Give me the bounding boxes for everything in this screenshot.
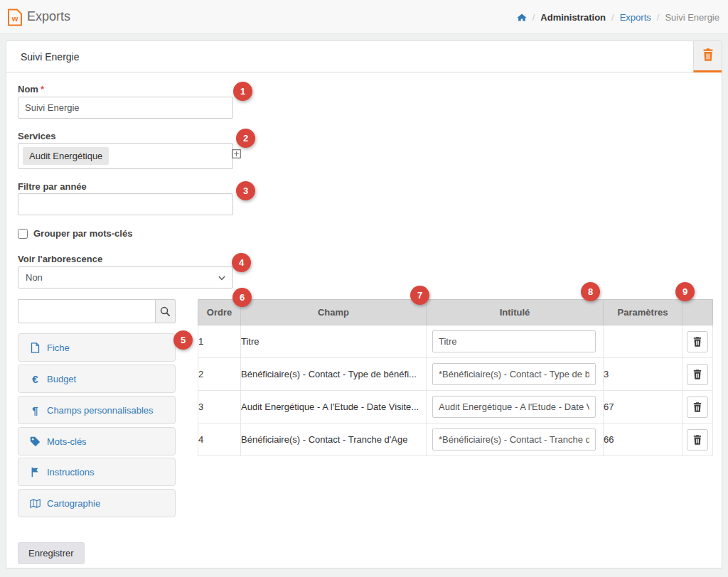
delete-row-button[interactable] [687, 429, 708, 451]
cell-champ: Audit Energétique - A l'Etude - Date Vis… [241, 391, 427, 424]
sidebar-item-label: Cartographie [47, 498, 100, 509]
search-button[interactable] [155, 299, 176, 323]
field-search-input[interactable] [18, 299, 155, 323]
arborescence-label: Voir l'arborescence [18, 254, 102, 264]
sidebar-item-mots-cles[interactable]: Mots-clés [18, 427, 176, 455]
trash-icon [693, 435, 702, 445]
panel-header: Suivi Energie [6, 41, 722, 72]
panel-title: Suivi Energie [21, 41, 80, 72]
euro-icon: € [30, 373, 41, 385]
breadcrumb-exports[interactable]: Exports [620, 12, 651, 23]
save-button[interactable]: Enregistrer [18, 542, 85, 564]
tag-icon [30, 436, 41, 447]
grouper-checkbox-row: Grouper par mots-clés [18, 228, 132, 239]
annotation-badge-5: 5 [173, 330, 193, 350]
file-icon [30, 343, 41, 353]
grouper-label: Grouper par mots-clés [33, 228, 132, 239]
intitule-input[interactable] [432, 363, 596, 385]
table-row: 4 Bénéficiaire(s) - Contact - Tranche d'… [198, 424, 713, 456]
cell-parametres: 66 [604, 424, 682, 456]
sidebar-item-cartographie[interactable]: Cartographie [18, 489, 176, 517]
add-service-icon[interactable] [232, 149, 241, 158]
table-row: 3 Audit Energétique - A l'Etude - Date V… [198, 391, 713, 424]
app-logo-icon: w [7, 9, 23, 26]
cell-ordre: 1 [198, 325, 241, 358]
annotation-badge-2: 2 [236, 129, 255, 148]
table-row: 1 Titre [198, 325, 713, 358]
sidebar-item-label: Champs personnalisables [47, 405, 154, 416]
table-row: 2 Bénéficiaire(s) - Contact - Type de bé… [198, 358, 713, 391]
annotation-badge-6: 6 [232, 288, 252, 307]
sidebar-item-label: Instructions [47, 467, 94, 478]
column-header-champ: Champ [241, 300, 427, 325]
sidebar-item-label: Budget [47, 374, 76, 384]
sidebar-item-champs-personnalisables[interactable]: ¶ Champs personnalisables [18, 396, 176, 424]
required-asterisk: * [41, 84, 44, 95]
breadcrumb-current: Suivi Energie [665, 12, 719, 23]
cell-champ: Bénéficiaire(s) - Contact - Tranche d'Ag… [241, 424, 427, 456]
cell-parametres: 3 [604, 358, 682, 391]
sidebar-item-fiche[interactable]: Fiche [18, 333, 176, 362]
pilcrow-icon: ¶ [30, 404, 41, 416]
table-header-row: Ordre Champ Intitulé Paramètres [198, 300, 713, 325]
sidebar-item-label: Fiche [47, 343, 70, 353]
sidebar-item-instructions[interactable]: Instructions [18, 458, 176, 486]
intitule-input[interactable] [432, 396, 596, 418]
delete-row-button[interactable] [687, 397, 708, 418]
cell-parametres [604, 325, 682, 358]
breadcrumb-separator: / [611, 12, 614, 23]
svg-text:w: w [11, 14, 18, 23]
page: w Exports / Administration / Exports / S… [0, 0, 728, 577]
export-fields-table: Ordre Champ Intitulé Paramètres 1 Titre … [198, 299, 713, 456]
cell-parametres: 67 [604, 391, 682, 424]
cell-ordre: 3 [198, 391, 241, 424]
trash-icon [693, 337, 702, 347]
cell-champ: Titre [241, 325, 427, 358]
annotation-badge-8: 8 [581, 282, 600, 301]
annotation-badge-3: 3 [236, 181, 255, 200]
trash-icon [693, 370, 702, 379]
breadcrumb-separator: / [532, 12, 535, 23]
cell-champ: Bénéficiaire(s) - Contact - Type de béné… [241, 358, 427, 391]
export-panel: Suivi Energie Nom* Services Audit Energé… [6, 41, 722, 568]
breadcrumb-administration[interactable]: Administration [540, 12, 606, 23]
services-label: Services [18, 131, 56, 141]
annotation-badge-9: 9 [675, 282, 695, 301]
cell-ordre: 4 [198, 424, 241, 456]
arborescence-select[interactable]: Non [18, 266, 233, 288]
column-header-actions [682, 300, 713, 325]
search-icon [160, 306, 171, 317]
annotation-badge-7: 7 [410, 286, 429, 305]
trash-icon [702, 48, 714, 64]
filtre-annee-input[interactable] [18, 193, 233, 215]
sidebar-item-label: Mots-clés [47, 436, 87, 447]
chevron-down-icon [218, 276, 225, 281]
filtre-annee-label: Filtre par année [18, 181, 87, 192]
intitule-input[interactable] [432, 330, 596, 352]
trash-icon [693, 402, 702, 412]
intitule-input[interactable] [432, 428, 596, 451]
grouper-checkbox[interactable] [18, 229, 28, 239]
annotation-badge-4: 4 [232, 253, 251, 272]
map-icon [30, 498, 41, 509]
services-input[interactable]: Audit Energétique [18, 143, 233, 169]
delete-row-button[interactable] [687, 331, 708, 352]
top-navbar: w Exports / Administration / Exports / S… [0, 0, 728, 34]
sidebar-item-budget[interactable]: € Budget [18, 365, 176, 393]
breadcrumb: / Administration / Exports / Suivi Energ… [517, 0, 719, 34]
arborescence-selected-value: Non [26, 272, 43, 283]
cell-ordre: 2 [198, 358, 241, 391]
nom-input[interactable] [18, 97, 233, 119]
breadcrumb-separator: / [657, 12, 660, 23]
column-header-parametres: Paramètres [604, 300, 682, 325]
field-search-group [18, 299, 176, 323]
home-icon[interactable] [517, 13, 527, 22]
service-tag[interactable]: Audit Energétique [23, 147, 109, 165]
column-header-intitule: Intitulé [427, 300, 604, 325]
delete-export-button[interactable] [693, 41, 722, 72]
delete-row-button[interactable] [687, 364, 708, 385]
nom-label: Nom* [18, 84, 44, 95]
flag-icon [30, 467, 41, 478]
page-title: Exports [27, 9, 70, 24]
annotation-badge-1: 1 [233, 82, 252, 101]
